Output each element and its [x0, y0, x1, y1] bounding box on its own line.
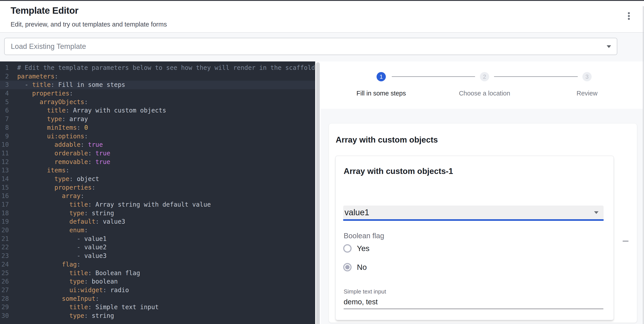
step-2-circle: 2 [480, 72, 489, 81]
form-section-title: Array with custom objects [336, 135, 438, 145]
code-line[interactable]: 26 type: boolean [0, 277, 315, 286]
preview-panel: 1 2 3 Fill in some steps Choose a locati… [321, 62, 643, 324]
code-line[interactable]: 21 - value1 [0, 235, 315, 243]
array-item-card: Array with custom objects-1 Array string… [335, 156, 614, 320]
code-line[interactable]: 11 orderable: true [0, 149, 315, 158]
more-options-button[interactable] [622, 10, 635, 22]
line-number: 3 [0, 81, 17, 89]
line-number: 6 [0, 106, 17, 115]
simple-text-input-label: Simple text input [344, 288, 386, 295]
line-number: 12 [0, 158, 17, 166]
step-3-circle: 3 [582, 72, 592, 81]
line-number: 11 [0, 149, 17, 158]
code-line[interactable]: 22 - value2 [0, 243, 315, 252]
line-number: 5 [0, 98, 17, 107]
code-editor[interactable]: 1# Edit the template parameters below to… [0, 62, 315, 324]
code-line[interactable]: 3 - title: Fill in some steps [0, 81, 315, 89]
dropdown-caret-icon [594, 211, 598, 214]
code-line[interactable]: 16 array: [0, 192, 315, 200]
minus-icon [622, 241, 628, 242]
page-header: Template Editor Edit, preview, and try o… [0, 1, 644, 32]
radio-label: No [357, 263, 367, 272]
line-number: 25 [0, 269, 17, 277]
code-line[interactable]: 13 items: [0, 166, 315, 175]
code-line[interactable]: 10 addable: true [0, 141, 315, 149]
line-number: 29 [0, 303, 17, 312]
line-number: 8 [0, 124, 17, 132]
code-line[interactable]: 25 title: Boolean flag [0, 269, 315, 277]
line-number: 18 [0, 209, 17, 218]
step-connector [392, 76, 475, 77]
line-number: 26 [0, 277, 17, 286]
code-line[interactable]: 7 type: array [0, 115, 315, 124]
step-1-circle: 1 [376, 72, 386, 81]
line-number: 9 [0, 132, 17, 141]
page-right-border [643, 6, 644, 324]
page-title: Template Editor [10, 5, 78, 16]
step-1-label: Fill in some steps [332, 90, 430, 97]
boolean-flag-label: Boolean flag [344, 232, 384, 240]
line-number: 15 [0, 183, 17, 192]
line-number: 22 [0, 243, 17, 252]
code-line[interactable]: 28 someInput: [0, 295, 315, 303]
step-connector [494, 76, 578, 77]
code-line[interactable]: 5 arrayObjects: [0, 98, 315, 107]
boolean-flag-radio-yes[interactable]: Yes [343, 244, 370, 253]
line-number: 19 [0, 217, 17, 226]
code-line[interactable]: 14 type: object [0, 175, 315, 183]
code-line[interactable]: 27 ui:widget: radio [0, 286, 315, 295]
load-existing-template-select[interactable]: Load Existing Template [4, 38, 617, 55]
line-number: 17 [0, 200, 17, 209]
kebab-menu-icon [628, 12, 630, 20]
code-line[interactable]: 18 type: string [0, 209, 315, 218]
code-line[interactable]: 2parameters: [0, 72, 315, 81]
line-number: 4 [0, 89, 17, 98]
step-2-label: Choose a location [436, 90, 533, 97]
code-line[interactable]: 20 enum: [0, 226, 315, 235]
template-editor-page: { "header": { "title": "Template Editor"… [0, 0, 644, 324]
line-number: 7 [0, 115, 17, 124]
line-number: 10 [0, 141, 17, 149]
line-number: 20 [0, 226, 17, 235]
code-editor-lines: 1# Edit the template parameters below to… [0, 64, 315, 320]
line-number: 23 [0, 252, 17, 260]
line-number: 28 [0, 295, 17, 303]
code-line[interactable]: 1# Edit the template parameters below to… [0, 64, 315, 72]
form-section-card: Array with custom objects Array with cus… [329, 124, 637, 323]
code-line[interactable]: 9 ui:options: [0, 132, 315, 141]
line-number: 1 [0, 64, 17, 72]
radio-label: Yes [357, 244, 370, 253]
array-string-select-value: value1 [344, 206, 369, 219]
simple-text-input[interactable] [344, 295, 603, 309]
code-line[interactable]: 15 properties: [0, 183, 315, 192]
line-number: 21 [0, 235, 17, 243]
line-number: 30 [0, 312, 17, 320]
line-number: 13 [0, 166, 17, 175]
editor-scrollbar-thumb[interactable] [316, 62, 320, 324]
boolean-flag-radio-no[interactable]: No [343, 262, 367, 272]
code-line[interactable]: 24 flag: [0, 260, 315, 269]
code-line[interactable]: 4 properties: [0, 89, 315, 98]
remove-array-item-button[interactable] [619, 235, 632, 247]
radio-icon [343, 263, 352, 271]
page-subtitle: Edit, preview, and try out templates and… [10, 21, 167, 28]
code-line[interactable]: 30 type: string [0, 312, 315, 320]
code-line[interactable]: 6 title: Array with custom objects [0, 106, 315, 115]
line-number: 14 [0, 175, 17, 183]
array-string-select[interactable]: value1 [343, 206, 604, 221]
code-line[interactable]: 19 default: value3 [0, 217, 315, 226]
radio-icon [343, 244, 352, 253]
code-line[interactable]: 17 title: Array string with default valu… [0, 200, 315, 209]
load-template-placeholder: Load Existing Template [11, 38, 86, 55]
line-number: 24 [0, 260, 17, 269]
code-line[interactable]: 12 removable: true [0, 158, 315, 166]
code-line[interactable]: 8 minItems: 0 [0, 124, 315, 132]
line-number: 2 [0, 72, 17, 81]
code-line[interactable]: 23 - value3 [0, 252, 315, 260]
code-line[interactable]: 29 title: Simple text input [0, 303, 315, 312]
line-number: 16 [0, 192, 17, 200]
dropdown-caret-icon [607, 45, 611, 48]
line-number: 27 [0, 286, 17, 295]
step-3-label: Review [538, 90, 636, 97]
template-toolbar: Load Existing Template [0, 33, 644, 62]
